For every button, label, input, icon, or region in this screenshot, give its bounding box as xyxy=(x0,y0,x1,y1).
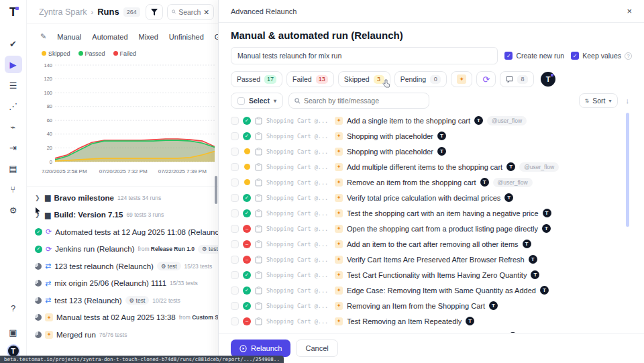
test-checkbox[interactable] xyxy=(231,132,239,140)
select-all-checkbox[interactable] xyxy=(237,97,245,105)
test-checkbox[interactable] xyxy=(231,317,239,325)
test-title[interactable]: Test Cart Functionality with Items Havin… xyxy=(347,271,527,279)
run-title[interactable]: Merged run xyxy=(56,331,96,339)
test-checkbox[interactable] xyxy=(231,287,239,295)
keep-values-checkbox[interactable]: ✓ Keep values ? xyxy=(571,52,632,60)
create-new-run-checkbox[interactable]: ✓ Create new run xyxy=(504,52,564,60)
run-title[interactable]: Jenkins run (Relaunch) xyxy=(55,245,134,253)
import-icon[interactable]: ⇥ xyxy=(5,139,22,156)
milestone-title[interactable]: Bravo milestone xyxy=(54,194,113,202)
test-checkbox[interactable] xyxy=(231,194,239,202)
test-row[interactable]: Shopping Cart @...✦Remove an item from t… xyxy=(231,174,632,190)
test-checkbox[interactable] xyxy=(231,148,239,156)
test-row[interactable]: ✓Shopping Cart @...✦Add a single item to… xyxy=(231,113,632,128)
projects-folder-icon[interactable]: ▣ xyxy=(5,323,22,341)
reports-icon[interactable]: ▤ xyxy=(5,160,22,177)
legend-item-failed[interactable]: Failed xyxy=(113,50,137,57)
tab-mixed[interactable]: Mixed xyxy=(139,33,158,41)
test-row[interactable]: ✓Shopping Cart @...✦Test the shopping ca… xyxy=(231,205,632,221)
test-checkbox[interactable] xyxy=(231,333,239,333)
run-row[interactable]: ✦Merged run76/76 tests xyxy=(35,326,218,344)
test-title[interactable]: Test Removing an Item Repeatedly xyxy=(347,317,462,325)
test-checkbox[interactable] xyxy=(231,178,239,187)
test-checkbox[interactable] xyxy=(231,117,239,125)
run-title[interactable]: 123 test relaunch (Relaunch) xyxy=(54,262,154,270)
run-row[interactable]: ⇄mix origin 25/06 (Relaunch) 111115/33 t… xyxy=(35,275,218,293)
owner-avatar[interactable]: T xyxy=(541,72,555,87)
tab-manual[interactable]: Manual xyxy=(57,33,81,41)
analytics-pulse-icon[interactable]: ⌁ xyxy=(5,118,22,136)
test-checkbox[interactable] xyxy=(231,225,239,233)
test-title[interactable]: Verify total price calculation with deci… xyxy=(347,194,500,202)
test-checkbox[interactable] xyxy=(231,302,239,310)
test-checkbox[interactable] xyxy=(231,256,239,264)
close-icon[interactable]: × xyxy=(627,6,632,16)
run-row[interactable]: ✦Manual tests at 02 Aug 2025 13:38from C… xyxy=(35,309,218,327)
test-row[interactable]: –Shopping Cart @...✦Add an item to the c… xyxy=(231,236,632,252)
run-row[interactable]: ✓⟳Automated tests at 12 Aug 2025 11:08 (… xyxy=(35,223,218,241)
test-row[interactable]: ✓Shopping Cart @...✦Verify total price c… xyxy=(231,190,632,205)
test-title[interactable]: Edge Case: Removing Item with Same Quant… xyxy=(347,287,536,295)
test-title[interactable]: Add an item to the cart after removing a… xyxy=(347,240,519,248)
test-row[interactable]: –Shopping Cart @...✦Open the shopping ca… xyxy=(231,221,632,236)
legend-item-passed[interactable]: Passed xyxy=(78,50,105,57)
chip-comment[interactable]: 8 xyxy=(500,71,534,87)
run-row[interactable]: ⇄123 test relaunch (Relaunch)⚙ test15/23… xyxy=(35,258,218,275)
milestone-row[interactable]: ❯▆Bravo milestone124 tests 34 runs xyxy=(35,189,218,207)
test-search-box[interactable] xyxy=(288,93,429,109)
test-title[interactable]: Add multiple different items to the shop… xyxy=(347,163,502,171)
tasks-check-icon[interactable]: ✔ xyxy=(5,35,22,52)
test-checkbox[interactable] xyxy=(231,271,239,279)
clear-search-icon[interactable]: ✕ xyxy=(203,8,209,16)
test-title[interactable]: Open the shopping cart from a product li… xyxy=(347,225,538,233)
test-row[interactable]: ✓Shopping Cart @...✦Test Cart Functional… xyxy=(231,267,632,282)
breadcrumb-project[interactable]: Zyntra Spark xyxy=(39,7,87,17)
run-title[interactable]: mix origin 25/06 (Relaunch) 1111 xyxy=(54,279,166,287)
relaunch-button[interactable]: Relaunch xyxy=(231,340,290,357)
test-plans-icon[interactable]: ☰ xyxy=(5,76,22,94)
test-title[interactable]: Add a single item to the shopping cart xyxy=(347,117,470,125)
left-panel-scrollbar[interactable] xyxy=(215,176,217,204)
test-title[interactable]: Test the shopping cart with an item havi… xyxy=(347,209,539,217)
sort-button[interactable]: ⇅ Sort ▾ xyxy=(579,93,618,108)
test-search-input[interactable] xyxy=(304,97,423,105)
filter-button[interactable] xyxy=(146,4,163,20)
run-title[interactable]: Automated tests at 12 Aug 2025 11:08 (Re… xyxy=(55,228,218,236)
breadcrumb-section[interactable]: Runs xyxy=(97,7,119,17)
run-name-input[interactable] xyxy=(231,47,498,64)
test-row[interactable]: –Shopping Cart @...✦Verify Cart Items Ar… xyxy=(231,252,632,267)
runs-search-input[interactable]: Search [C ✕ xyxy=(167,4,214,20)
test-checkbox[interactable] xyxy=(231,163,239,171)
cancel-button[interactable]: Cancel xyxy=(296,340,337,357)
test-row[interactable]: ✓Shopping Cart @...✦Edge Case: Removing … xyxy=(231,282,632,298)
test-title[interactable]: Removing an Item from the Shopping Cart xyxy=(347,302,485,310)
run-title[interactable]: test 123 (Relaunch) xyxy=(54,297,121,305)
test-title[interactable]: Verify Cart Items Are Preserved After Br… xyxy=(347,256,525,264)
test-row[interactable]: –Shopping Cart @...✦Test Removing an Ite… xyxy=(231,313,632,329)
run-title[interactable]: Manual tests at 02 Aug 2025 13:38 xyxy=(56,313,176,321)
legend-item-skipped[interactable]: Skipped xyxy=(42,50,70,57)
test-row[interactable]: ✓Shopping Cart @...✦Removing an Item fro… xyxy=(231,298,632,313)
steps-icon[interactable]: ⋰ xyxy=(5,97,22,115)
settings-gear-icon[interactable]: ⚙ xyxy=(5,201,22,219)
test-row[interactable]: Shopping Cart @...✦Shopping with placeho… xyxy=(231,144,632,159)
test-row[interactable]: Shopping Cart @...✦Add multiple differen… xyxy=(231,159,632,174)
test-row[interactable]: ✓Shopping Cart @...✦Shopping with placeh… xyxy=(231,128,632,144)
milestone-title[interactable]: Build: Version 7.15 xyxy=(54,211,123,219)
chip-automated[interactable]: ⟳ xyxy=(476,71,496,87)
chip-failed[interactable]: Failed13 xyxy=(286,71,334,87)
modal-scrollbar[interactable] xyxy=(626,113,629,227)
select-dropdown[interactable]: Select ▾ xyxy=(231,93,283,109)
help-icon[interactable]: ? xyxy=(5,299,22,317)
help-icon[interactable]: ? xyxy=(625,52,632,60)
test-title[interactable]: Remove an item from the shopping cart xyxy=(347,178,476,187)
test-title[interactable]: Shopping with placeholder xyxy=(347,132,433,140)
download-icon[interactable]: ↓ xyxy=(623,97,633,105)
run-row[interactable]: ✓⟳Jenkins run (Relaunch)from Release Run… xyxy=(35,241,218,258)
tab-automated[interactable]: Automated xyxy=(92,33,127,41)
run-row[interactable]: ⇄test 123 (Relaunch)⚙ test10/22 tests xyxy=(35,292,218,309)
chip-passed[interactable]: Passed17 xyxy=(231,71,282,87)
runs-play-icon[interactable]: ▶ xyxy=(5,56,22,73)
test-title[interactable]: Add an item to the cart with a very larg… xyxy=(347,333,504,333)
compose-icon[interactable]: ✎ xyxy=(40,32,46,41)
